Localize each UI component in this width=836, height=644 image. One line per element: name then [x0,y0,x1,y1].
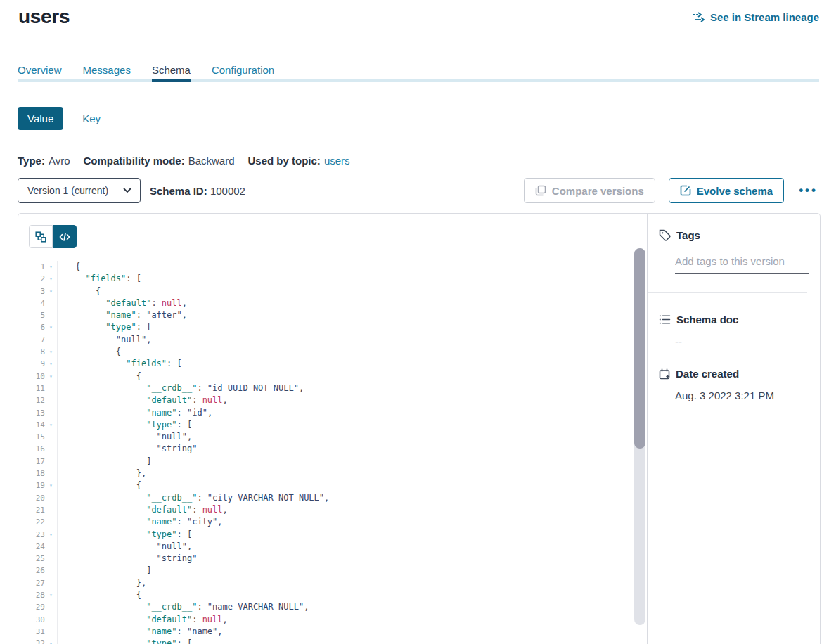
line-number: 7 [18,334,45,346]
code-line: 16 "string" [18,443,631,455]
code-text: ] [57,456,631,468]
stream-lineage-label: See in Stream lineage [710,11,819,23]
tree-view-button[interactable] [29,225,53,248]
line-number: 6 [18,321,45,333]
view-mode-toggle [29,225,77,248]
code-line: 6▾ "type": [ [18,321,631,333]
line-number: 15 [18,431,45,443]
line-number: 21 [18,504,45,516]
more-actions-button[interactable]: ••• [797,181,819,200]
code-text: { [57,285,631,297]
code-text: "string" [57,553,631,565]
type-label: Type: [18,155,45,167]
fold-toggle-icon[interactable]: ▾ [45,273,57,285]
editor-scrollbar-thumb[interactable] [634,248,645,449]
code-text: { [57,261,631,273]
editor-scrollbar-track[interactable] [634,248,645,625]
fold-spacer [45,626,57,638]
code-line: 23▾ "type": [ [18,529,631,541]
schema-page: users See in Stream lineage OverviewMess… [0,0,836,644]
tags-title: Tags [676,229,700,241]
code-text: "__crdb__": "id UUID NOT NULL", [57,382,631,394]
code-text: "null", [57,431,631,443]
fold-spacer [45,565,57,577]
fold-spacer [45,516,57,528]
fold-toggle-icon[interactable]: ▾ [45,479,57,491]
code-line: 28▾ { [18,589,631,601]
topic-link[interactable]: users [324,155,350,167]
code-line: 7 "null", [18,334,631,346]
version-select[interactable]: Version 1 (current) [18,178,141,203]
schema-id-label: Schema ID: [150,185,207,197]
tab-schema[interactable]: Schema [152,64,191,86]
fold-toggle-icon[interactable]: ▾ [45,529,57,541]
code-text: "null", [57,334,631,346]
schema-code-area: 1▾{2▾ "fields": [3▾ {4 "default": null,5… [18,214,647,644]
date-created-value: Aug. 3 2022 3:21 PM [675,389,820,401]
line-number: 1 [18,261,45,273]
tab-overview[interactable]: Overview [18,64,62,86]
fold-toggle-icon[interactable]: ▾ [45,419,57,431]
fold-toggle-icon[interactable]: ▾ [45,358,57,370]
line-number: 4 [18,297,45,309]
edit-icon [680,185,691,196]
code-text: { [57,589,631,601]
date-created-title: Date created [676,368,739,380]
line-number: 19 [18,479,45,491]
code-view-button[interactable] [53,225,77,248]
fold-spacer [45,431,57,443]
page-title: users [18,6,70,28]
line-number: 27 [18,577,45,589]
code-text: "__crdb__": "name VARCHAR NULL", [57,601,631,613]
version-select-value: Version 1 (current) [27,185,108,196]
code-text: "default": null, [57,504,631,516]
code-line: 14▾ "type": [ [18,419,631,431]
code-line: 24 "null", [18,541,631,553]
fold-spacer [45,614,57,626]
fold-toggle-icon[interactable]: ▾ [45,321,57,333]
schema-info-sidebar: Tags Schema do [647,214,820,644]
code-text: "fields": [ [57,273,631,285]
evolve-schema-button[interactable]: Evolve schema [669,178,784,203]
code-line: 12 "default": null, [18,394,631,406]
see-in-stream-lineage-link[interactable]: See in Stream lineage [692,11,819,23]
code-text: "name": "id", [57,407,631,419]
used-by-topic-label: Used by topic: [248,155,321,167]
tab-configuration[interactable]: Configuration [212,64,274,86]
code-line: 21 "default": null, [18,504,631,516]
line-number: 32 [18,638,45,644]
fold-spacer [45,504,57,516]
fold-toggle-icon[interactable]: ▾ [45,285,57,297]
compare-versions-button[interactable]: Compare versions [524,178,655,203]
key-toggle-link[interactable]: Key [82,112,101,124]
line-number: 16 [18,443,45,455]
fold-toggle-icon[interactable]: ▾ [45,346,57,358]
schema-code-editor[interactable]: 1▾{2▾ "fields": [3▾ {4 "default": null,5… [18,261,631,644]
fold-spacer [45,309,57,321]
schema-doc-value: -- [675,335,820,347]
code-text: "default": null, [57,614,631,626]
fold-toggle-icon[interactable]: ▾ [45,589,57,601]
line-number: 28 [18,589,45,601]
schema-doc-title: Schema doc [676,314,738,326]
fold-spacer [45,492,57,504]
code-line: 27 }, [18,577,631,589]
code-view-icon [59,232,70,242]
value-toggle-button[interactable]: Value [18,107,63,130]
line-number: 30 [18,614,45,626]
code-text: "type": [ [57,419,631,431]
schema-meta-row: Type:Avro Compatibility mode:Backward Us… [18,155,350,167]
code-line: 9▾ "fields": [ [18,358,631,370]
fold-spacer [45,601,57,613]
code-line: 25 "string" [18,553,631,565]
fold-toggle-icon[interactable]: ▾ [45,261,57,273]
add-tags-input[interactable] [675,255,809,274]
fold-toggle-icon[interactable]: ▾ [45,638,57,644]
tab-underline-strip [18,79,819,82]
type-value: Avro [49,155,70,167]
schema-doc-heading: Schema doc [648,314,820,326]
fold-toggle-icon[interactable]: ▾ [45,371,57,382]
fold-spacer [45,541,57,553]
code-line: 29 "__crdb__": "name VARCHAR NULL", [18,601,631,613]
tab-messages[interactable]: Messages [83,64,131,86]
